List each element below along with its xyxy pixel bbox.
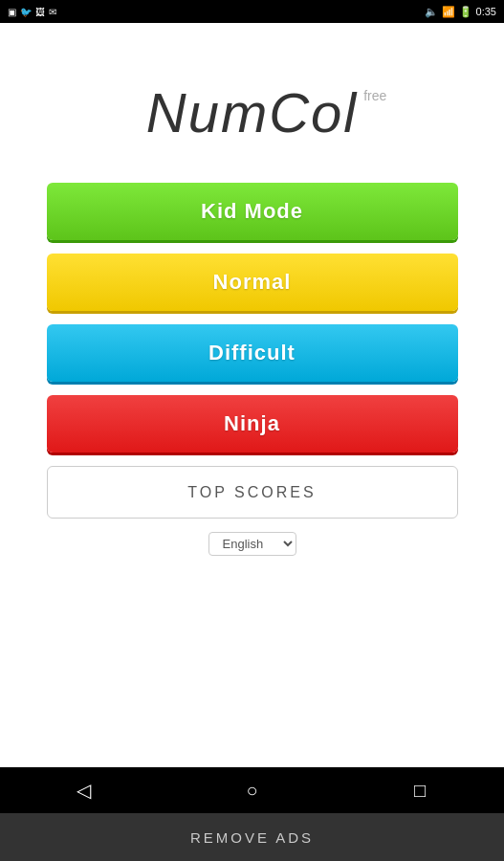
kid-mode-button[interactable]: Kid Mode xyxy=(47,183,458,240)
top-scores-button[interactable]: TOP SCORES xyxy=(47,466,458,519)
wifi-icon: 📶 xyxy=(442,6,455,18)
status-bar: ▣ 🐦 🖼 ✉ 🔈 📶 🔋 0:35 xyxy=(0,0,504,23)
home-button[interactable]: ○ xyxy=(228,771,275,809)
notification-icon-1: ▣ xyxy=(8,7,16,17)
recent-icon: □ xyxy=(414,780,426,802)
volume-icon: 🔈 xyxy=(425,6,438,18)
kid-mode-label: Kid Mode xyxy=(201,199,303,224)
top-scores-label: TOP SCORES xyxy=(187,484,316,501)
ninja-button[interactable]: Ninja xyxy=(47,395,458,453)
remove-ads-bar[interactable]: REMOVE ADS xyxy=(0,813,504,861)
normal-label: Normal xyxy=(213,270,292,295)
clock: 0:35 xyxy=(476,6,496,17)
app-title-container: NumCol free xyxy=(146,80,359,144)
notification-icon-2: 🐦 xyxy=(20,7,32,17)
app-title: NumCol xyxy=(146,81,359,144)
language-selector[interactable]: English Español Français Deutsch xyxy=(208,532,296,556)
app-subtitle: free xyxy=(363,88,386,103)
notification-icon-3: 🖼 xyxy=(35,7,45,17)
status-bar-notifications: ▣ 🐦 🖼 ✉ xyxy=(8,7,56,17)
main-content: NumCol free Kid Mode Normal Difficult Ni… xyxy=(0,23,504,556)
nav-bar: ◁ ○ □ xyxy=(0,767,504,813)
remove-ads-label: REMOVE ADS xyxy=(190,829,314,846)
difficult-button[interactable]: Difficult xyxy=(47,324,458,382)
difficult-label: Difficult xyxy=(208,341,296,365)
home-icon: ○ xyxy=(246,780,257,802)
status-bar-system: 🔈 📶 🔋 0:35 xyxy=(425,6,496,18)
back-icon: ◁ xyxy=(77,779,91,802)
ninja-label: Ninja xyxy=(224,411,280,436)
battery-icon: 🔋 xyxy=(459,6,472,18)
notification-icon-4: ✉ xyxy=(49,7,56,17)
recent-apps-button[interactable]: □ xyxy=(396,771,444,809)
back-button[interactable]: ◁ xyxy=(60,771,108,809)
normal-button[interactable]: Normal xyxy=(47,254,458,311)
